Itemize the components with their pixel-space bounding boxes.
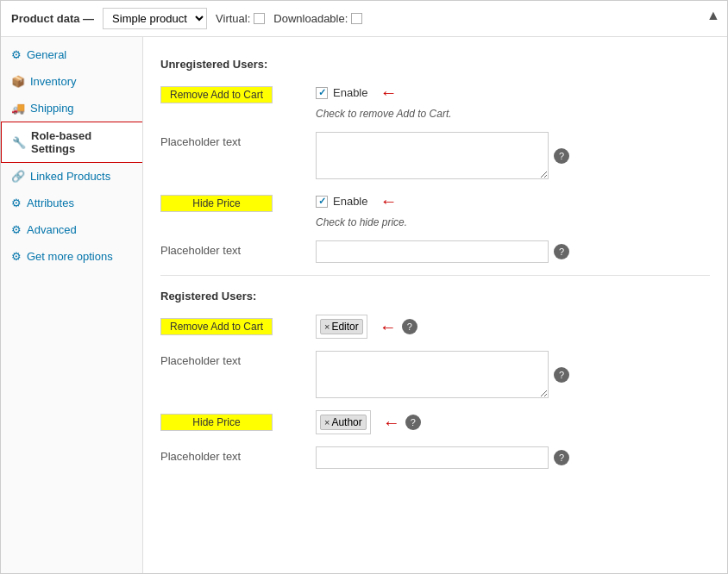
unregistered-hide-price-field: Enable ← Check to hide price. (316, 191, 710, 228)
registered-hide-enable-row: × Author ← ? (316, 410, 710, 434)
registered-hide-price-field: × Author ← ? (316, 410, 710, 434)
unregistered-remove-arrow: ← (380, 83, 397, 103)
registered-hide-tag-input[interactable]: × Author (316, 410, 371, 434)
section-divider (160, 275, 710, 276)
registered-remove-tag-input[interactable]: × Editor (316, 315, 367, 339)
sidebar-item-advanced[interactable]: ⚙ Advanced (1, 216, 142, 243)
main-content: Unregistered Users: Remove Add to Cart E… (143, 37, 727, 573)
sidebar-item-attributes[interactable]: ⚙ Attributes (1, 190, 142, 216)
registered-hide-help-icon[interactable]: ? (405, 415, 421, 430)
linked-icon: 🔗 (11, 170, 25, 183)
sidebar-item-shipping[interactable]: 🚚 Shipping (1, 95, 142, 122)
more-icon: ⚙ (11, 250, 22, 263)
unregistered-hide-checkbox[interactable] (316, 196, 328, 208)
editor-tag[interactable]: × Editor (320, 319, 363, 334)
registered-remove-badge: Remove Add to Cart (160, 318, 273, 335)
product-type-select[interactable]: Simple product (103, 8, 207, 29)
unregistered-hide-input-wrap: ? (316, 240, 710, 263)
registered-hide-price-badge: Hide Price (160, 414, 273, 431)
registered-remove-textarea-wrap: ? (316, 351, 710, 398)
downloadable-label: Downloadable: (273, 12, 362, 25)
registered-remove-textarea[interactable] (316, 351, 549, 398)
registered-hide-arrow: ← (383, 413, 400, 433)
sidebar: ⚙ General 📦 Inventory 🚚 Shipping 🔧 Role-… (1, 37, 143, 573)
registered-hide-price-badge-label: Hide Price (160, 410, 316, 431)
attributes-icon: ⚙ (11, 197, 22, 209)
registered-hide-tag-wrap: × Author ← ? (316, 410, 421, 434)
unregistered-hide-input[interactable] (316, 240, 549, 263)
registered-hide-placeholder-help-icon[interactable]: ? (554, 450, 569, 465)
sidebar-item-more[interactable]: ⚙ Get more options (1, 243, 142, 270)
shipping-icon: 🚚 (11, 102, 25, 115)
registered-remove-field: × Editor ← ? (316, 315, 710, 339)
author-tag-remove[interactable]: × (324, 417, 329, 427)
unregistered-hide-price-row: Hide Price Enable ← Check to hide price. (160, 191, 710, 228)
unregistered-hide-enable-row: Enable ← (316, 191, 710, 211)
downloadable-checkbox[interactable] (351, 13, 362, 24)
registered-hide-placeholder-row: Placeholder text ? (160, 446, 710, 469)
registered-remove-enable-row: × Editor ← ? (316, 315, 710, 339)
unregistered-hide-enable-label: Enable (333, 195, 367, 208)
unregistered-hide-placeholder-row: Placeholder text ? (160, 240, 710, 263)
registered-section-title: Registered Users: (160, 290, 710, 303)
inventory-icon: 📦 (11, 75, 25, 88)
registered-remove-placeholder-help-icon[interactable]: ? (554, 367, 569, 383)
unregistered-remove-textarea-wrap: ? (316, 132, 710, 179)
unregistered-hide-hint: Check to hide price. (316, 216, 710, 228)
unregistered-remove-badge-label: Remove Add to Cart (160, 83, 316, 103)
editor-tag-remove[interactable]: × (324, 321, 329, 332)
author-tag[interactable]: × Author (320, 415, 367, 430)
sidebar-item-linked[interactable]: 🔗 Linked Products (1, 163, 142, 190)
registered-hide-price-row: Hide Price × Author ← ? (160, 410, 710, 434)
sidebar-item-role-based[interactable]: 🔧 Role-based Settings (1, 122, 142, 163)
unregistered-remove-field: Enable ← Check to remove Add to Cart. (316, 83, 710, 120)
registered-remove-placeholder-row: Placeholder text ? (160, 351, 710, 398)
unregistered-hide-help-icon[interactable]: ? (554, 244, 569, 259)
unregistered-hide-placeholder-label: Placeholder text (160, 240, 316, 257)
body: ⚙ General 📦 Inventory 🚚 Shipping 🔧 Role-… (1, 37, 727, 573)
unregistered-hide-placeholder-field: ? (316, 240, 710, 263)
unregistered-remove-enable-row: Enable ← (316, 83, 710, 103)
registered-remove-add-to-cart-row: Remove Add to Cart × Editor ← (160, 315, 710, 339)
unregistered-section-title: Unregistered Users: (160, 58, 710, 71)
sidebar-item-general[interactable]: ⚙ General (1, 41, 142, 68)
unregistered-remove-checkbox[interactable] (316, 87, 328, 99)
product-data-header: Product data — Simple product Virtual: D… (1, 1, 727, 37)
registered-hide-placeholder-field: ? (316, 446, 710, 469)
unregistered-hide-price-badge: Hide Price (160, 195, 273, 212)
unregistered-hide-arrow: ← (380, 191, 397, 211)
unregistered-remove-add-to-cart-row: Remove Add to Cart Enable ← Check to rem… (160, 83, 710, 120)
unregistered-remove-placeholder-label: Placeholder text (160, 132, 316, 148)
registered-remove-placeholder-field: ? (316, 351, 710, 398)
scroll-up-button[interactable]: ▲ (706, 8, 720, 22)
sidebar-item-inventory[interactable]: 📦 Inventory (1, 68, 142, 95)
unregistered-remove-hint: Check to remove Add to Cart. (316, 108, 710, 120)
virtual-checkbox[interactable] (254, 13, 265, 24)
registered-remove-placeholder-label: Placeholder text (160, 351, 316, 367)
unregistered-remove-placeholder-field: ? (316, 132, 710, 179)
unregistered-hide-price-badge-label: Hide Price (160, 191, 316, 212)
virtual-label: Virtual: (216, 12, 265, 25)
registered-hide-input[interactable] (316, 446, 549, 469)
registered-remove-tag-wrap: × Editor ← ? (316, 315, 417, 339)
general-icon: ⚙ (11, 48, 22, 61)
registered-remove-badge-label: Remove Add to Cart (160, 315, 316, 335)
unregistered-remove-textarea[interactable] (316, 132, 549, 179)
registered-hide-placeholder-label: Placeholder text (160, 446, 316, 463)
registered-remove-help-icon[interactable]: ? (402, 319, 417, 334)
header-title: Product data — (11, 12, 94, 25)
unregistered-remove-help-icon[interactable]: ? (554, 148, 569, 164)
registered-hide-input-wrap: ? (316, 446, 710, 469)
registered-remove-arrow: ← (380, 317, 397, 337)
advanced-icon: ⚙ (11, 223, 22, 236)
unregistered-remove-badge: Remove Add to Cart (160, 86, 273, 103)
role-based-icon: 🔧 (12, 136, 26, 149)
unregistered-remove-placeholder-row: Placeholder text ? (160, 132, 710, 179)
unregistered-remove-enable-label: Enable (333, 86, 367, 99)
